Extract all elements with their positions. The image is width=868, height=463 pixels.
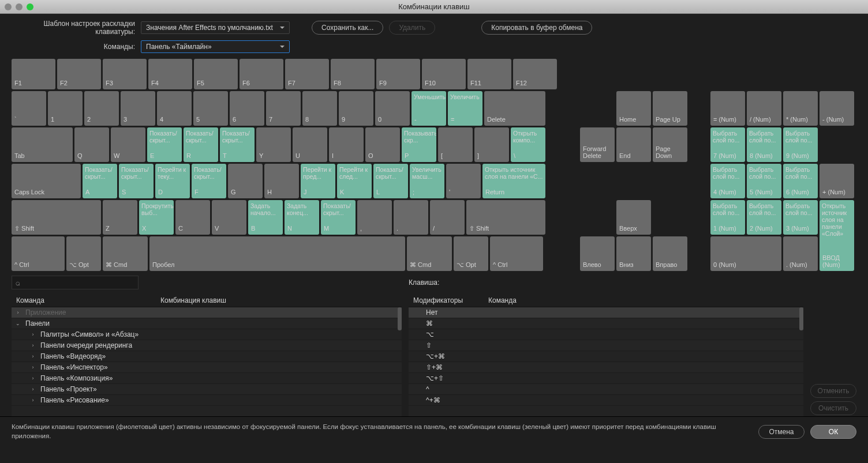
commands-list[interactable]: ›Приложение⌄Панели›Палитры «Символ» и «А…: [12, 307, 402, 416]
key-up[interactable]: Вверх: [616, 200, 651, 235]
key-num-6[interactable]: Выбрать слой по...6 (Num): [783, 164, 818, 198]
list-item[interactable]: ›Палитры «Символ» и «Абзац»: [12, 329, 402, 340]
key-space[interactable]: Пробел: [149, 236, 405, 271]
list-item[interactable]: ›Панель «Проект»: [12, 384, 402, 395]
key-end[interactable]: End: [616, 127, 651, 162]
key-h[interactable]: H: [264, 164, 299, 198]
key-p[interactable]: Показывать/скр...P: [402, 127, 436, 162]
key-backtick[interactable]: `: [12, 91, 46, 126]
key-9[interactable]: 9: [339, 91, 373, 126]
list-item[interactable]: ^: [409, 384, 803, 395]
key-4[interactable]: 4: [157, 91, 192, 126]
key-i[interactable]: I: [329, 127, 364, 162]
list-item[interactable]: Нет: [409, 307, 803, 318]
commands-dropdown[interactable]: Панель «Таймлайн»: [141, 40, 290, 53]
key-x[interactable]: Прокрутить выб...X: [139, 200, 174, 235]
scrollbar-thumb[interactable]: [398, 307, 402, 330]
key-capslock[interactable]: Caps Lock: [12, 164, 81, 198]
key-pagedown[interactable]: Page Down: [653, 127, 687, 162]
key-f1[interactable]: F1: [12, 59, 55, 89]
key-backslash[interactable]: Открыть компо...\: [511, 127, 545, 162]
list-item[interactable]: ⌥: [409, 329, 803, 340]
key-5[interactable]: 5: [193, 91, 228, 126]
key-f8[interactable]: F8: [331, 59, 375, 89]
key-num-1[interactable]: Выбрать слой по...1 (Num): [710, 200, 745, 235]
key-num-0[interactable]: 0 (Num): [710, 236, 781, 271]
key-num-2[interactable]: Выбрать слой по...2 (Num): [747, 200, 781, 235]
key-num-div[interactable]: / (Num): [747, 91, 781, 126]
list-item[interactable]: ⌄Панели: [12, 318, 402, 329]
layout-preset-dropdown[interactable]: Значения After Effects по умолчанию.txt: [141, 21, 290, 34]
key-num-sub[interactable]: - (Num): [820, 91, 854, 126]
key-minus[interactable]: Уменьшить-: [411, 91, 446, 126]
key-down[interactable]: Вниз: [616, 236, 651, 271]
key-rshift[interactable]: ⇧ Shift: [466, 200, 545, 235]
key-lshift[interactable]: ⇧ Shift: [12, 200, 101, 235]
key-forward-delete[interactable]: Forward Delete: [580, 127, 615, 162]
key-quote[interactable]: ': [446, 164, 481, 198]
key-3[interactable]: 3: [121, 91, 155, 126]
key-num-eq[interactable]: = (Num): [710, 91, 745, 126]
list-item[interactable]: ›Панель «Рисование»: [12, 395, 402, 406]
key-n[interactable]: Задать конец...N: [285, 200, 319, 235]
key-f4[interactable]: F4: [148, 59, 192, 89]
ok-button[interactable]: ОК: [810, 425, 856, 439]
key-period[interactable]: .: [394, 200, 428, 235]
close-icon[interactable]: [5, 3, 12, 10]
key-slash[interactable]: /: [430, 200, 465, 235]
list-item[interactable]: ›Панели очереди рендеринга: [12, 340, 402, 351]
key-lctrl[interactable]: ^ Ctrl: [12, 236, 65, 271]
key-k[interactable]: Перейти к след...K: [337, 164, 372, 198]
key-equal[interactable]: Увеличить=: [448, 91, 482, 126]
key-rbracket[interactable]: ]: [474, 127, 509, 162]
key-t[interactable]: Показать/скрыт...T: [220, 127, 255, 162]
key-c[interactable]: C: [175, 200, 210, 235]
key-m[interactable]: Показать/скрыт...M: [321, 200, 356, 235]
key-delete[interactable]: Delete: [484, 91, 545, 126]
key-f5[interactable]: F5: [194, 59, 238, 89]
scrollbar-thumb[interactable]: [799, 307, 803, 330]
list-item[interactable]: ›Панель «Композиция»: [12, 373, 402, 384]
zoom-icon[interactable]: [27, 3, 33, 10]
list-item[interactable]: ›Приложение: [12, 307, 402, 318]
key-j[interactable]: Перейти к пред...J: [301, 164, 335, 198]
key-v[interactable]: V: [212, 200, 246, 235]
key-f6[interactable]: F6: [240, 59, 283, 89]
key-return[interactable]: Открыть источник слоя на панели «С...Ret…: [482, 164, 545, 198]
key-num-7[interactable]: Выбрать слой по...7 (Num): [710, 127, 745, 162]
key-2[interactable]: 2: [84, 91, 119, 126]
key-d[interactable]: Перейти к теку...D: [155, 164, 190, 198]
key-u[interactable]: U: [293, 127, 327, 162]
key-lopt[interactable]: ⌥ Opt: [66, 236, 101, 271]
key-g[interactable]: G: [228, 164, 263, 198]
key-num-3[interactable]: Выбрать слой по...3 (Num): [783, 200, 818, 235]
key-l[interactable]: Показать/скрыт...L: [373, 164, 408, 198]
key-s[interactable]: Показать/скрыт...S: [119, 164, 154, 198]
key-f[interactable]: Показать/скрыт...F: [192, 164, 226, 198]
list-item[interactable]: ⌥+⇧: [409, 373, 803, 384]
key-f12[interactable]: F12: [513, 59, 557, 89]
key-q[interactable]: Q: [74, 127, 109, 162]
modifiers-list[interactable]: Нет⌘⌥⇧⌥+⌘⇧+⌘⌥+⇧^^+⌘: [409, 307, 803, 416]
search-input[interactable]: [12, 276, 139, 289]
list-item[interactable]: ›Панель «Инспектор»: [12, 362, 402, 373]
key-num-add[interactable]: + (Num): [820, 164, 854, 198]
key-lbracket[interactable]: [: [438, 127, 473, 162]
key-pageup[interactable]: Page Up: [653, 91, 687, 126]
key-rcmd[interactable]: ⌘ Cmd: [407, 236, 452, 271]
key-home[interactable]: Home: [616, 91, 651, 126]
key-f10[interactable]: F10: [422, 59, 466, 89]
key-rctrl[interactable]: ^ Ctrl: [490, 236, 543, 271]
key-o[interactable]: O: [365, 127, 400, 162]
copy-clipboard-button[interactable]: Копировать в буфер обмена: [481, 21, 592, 35]
list-item[interactable]: ⇧+⌘: [409, 362, 803, 373]
key-y[interactable]: Y: [256, 127, 291, 162]
key-num-4[interactable]: Выбрать слой по...4 (Num): [710, 164, 745, 198]
key-r[interactable]: Показать/скрыт...R: [184, 127, 218, 162]
key-tab[interactable]: Tab: [12, 127, 73, 162]
list-item[interactable]: ⌘: [409, 318, 803, 329]
key-0[interactable]: 0: [375, 91, 410, 126]
key-f3[interactable]: F3: [103, 59, 147, 89]
key-8[interactable]: 8: [302, 91, 337, 126]
minimize-icon[interactable]: [16, 3, 23, 10]
